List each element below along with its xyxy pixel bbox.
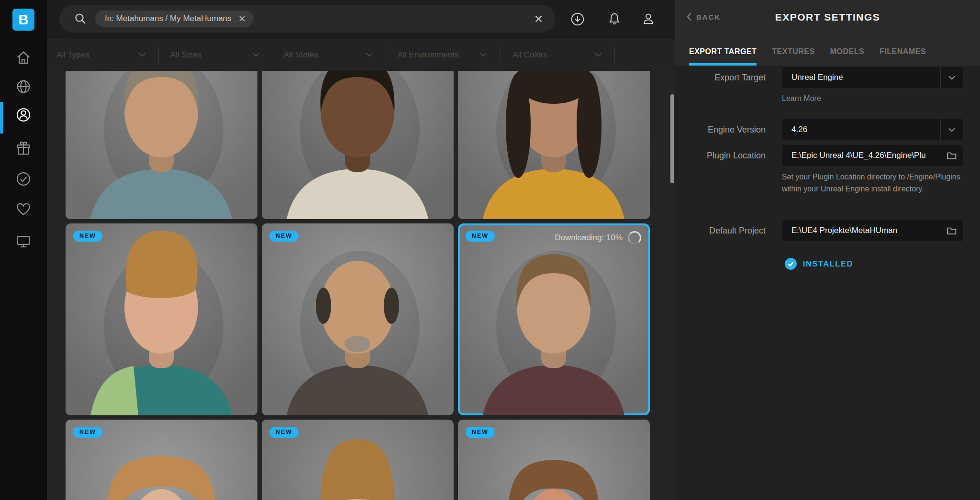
search-filter-chip-label: In: Metahumans / My MetaHumans (105, 14, 232, 23)
search-icon (74, 12, 87, 25)
tab-filenames[interactable]: FILENAMES (880, 47, 926, 66)
chevron-down-icon (366, 53, 373, 57)
chevron-down-icon (595, 53, 601, 57)
filter-divider (501, 47, 501, 63)
panel-title: EXPORT SETTINGS (675, 11, 980, 23)
metahuman-grid: NEW NEW NEW Downloading: 10% NEW NEW NEW (47, 0, 675, 500)
metahuman-card[interactable]: NEW (262, 420, 454, 500)
sidebar-item-local[interactable] (15, 233, 32, 250)
tab-models[interactable]: MODELS (830, 47, 864, 66)
metahuman-portrait (262, 223, 454, 415)
export-target-value: Unreal Engine (791, 67, 940, 88)
new-badge: NEW (466, 231, 495, 242)
export-target-label: Export Target (675, 73, 766, 83)
account-icon[interactable] (641, 11, 656, 27)
plugin-location-help-text: Set your Plugin Location directory to /E… (782, 171, 968, 195)
active-nav-indicator (0, 102, 3, 133)
sidebar: B (0, 0, 47, 500)
sidebar-item-metahumans[interactable] (15, 106, 32, 123)
tab-export-target[interactable]: EXPORT TARGET (689, 47, 757, 66)
download-status-text: Downloading: 10% (555, 233, 623, 243)
export-tabs: EXPORT TARGET TEXTURES MODELS FILENAMES (689, 47, 926, 66)
filter-divider (272, 47, 272, 63)
quixel-bridge-window: NEW NEW NEW Downloading: 10% NEW NEW NEW (0, 0, 980, 500)
filter-divider (158, 47, 159, 63)
filter-divider (386, 47, 386, 63)
chevron-down-icon (139, 53, 145, 57)
filter-label: All Colors (512, 50, 547, 60)
metahuman-portrait (66, 223, 257, 415)
plugin-location-value: E:\Epic Unreal 4\UE_4.26\Engine\Plu (791, 145, 944, 166)
sidebar-item-home[interactable] (15, 49, 32, 67)
metahuman-card[interactable]: NEW (66, 420, 257, 500)
new-badge: NEW (466, 427, 495, 438)
new-badge: NEW (73, 231, 102, 242)
downloads-icon[interactable] (570, 11, 585, 27)
sidebar-item-favorites[interactable] (15, 200, 32, 218)
tab-textures[interactable]: TEXTURES (772, 47, 814, 66)
chevron-down-icon (948, 128, 955, 132)
person-circle-icon (15, 106, 32, 123)
filter-all-environments[interactable]: All Environments (398, 39, 487, 71)
chevron-down-icon (480, 53, 487, 57)
metahuman-card[interactable]: NEW (458, 420, 650, 500)
sidebar-item-downloaded[interactable] (15, 170, 32, 188)
export-target-select[interactable]: Unreal Engine (782, 67, 963, 88)
default-project-value: E:\UE4 Projekte\MetaHUman (791, 220, 944, 241)
download-status: Downloading: 10% (555, 231, 641, 244)
search-filter-chip[interactable]: In: Metahumans / My MetaHumans (95, 11, 254, 27)
metahuman-card-selected[interactable]: NEW Downloading: 10% (458, 223, 650, 415)
panel-header: BACK EXPORT SETTINGS EXPORT TARGET TEXTU… (675, 0, 980, 66)
select-caret (940, 67, 963, 88)
plugin-location-input[interactable]: E:\Epic Unreal 4\UE_4.26\Engine\Plu (782, 145, 963, 166)
metahuman-card[interactable]: NEW (66, 223, 257, 415)
filter-label: All Sizes (170, 50, 201, 60)
filter-label: All Environments (398, 50, 459, 60)
plugin-location-label: Plugin Location (675, 151, 766, 161)
sidebar-item-free-assets[interactable] (15, 140, 32, 157)
metahuman-card[interactable]: NEW (262, 223, 454, 415)
filter-all-states[interactable]: All States (284, 39, 373, 71)
folder-browse-icon[interactable] (947, 151, 957, 160)
filter-all-colors[interactable]: All Colors (512, 39, 601, 71)
heart-icon (15, 200, 32, 218)
chevron-down-icon (253, 53, 259, 57)
default-project-input[interactable]: E:\UE4 Projekte\MetaHUman (782, 220, 963, 241)
filter-label: All Types (56, 50, 89, 60)
filter-divider (614, 47, 615, 63)
top-bar: In: Metahumans / My MetaHumans (47, 0, 675, 39)
bridge-logo: B (12, 9, 34, 31)
new-badge: NEW (269, 427, 299, 438)
gift-icon (15, 140, 32, 157)
notifications-bell-icon[interactable] (607, 11, 622, 27)
installed-check-icon (785, 258, 797, 270)
engine-version-label: Engine Version (675, 125, 766, 135)
metahuman-portrait (458, 223, 650, 415)
installed-status: INSTALLED (785, 258, 853, 270)
download-spinner-icon (628, 231, 641, 244)
filter-all-types[interactable]: All Types (56, 39, 145, 71)
engine-version-value: 4.26 (791, 119, 940, 140)
monitor-icon (15, 233, 32, 250)
filter-label: All States (284, 50, 318, 60)
search-clear-icon[interactable] (535, 15, 543, 23)
export-settings-panel: BACK EXPORT SETTINGS EXPORT TARGET TEXTU… (675, 0, 980, 500)
globe-icon (15, 78, 32, 95)
filter-all-sizes[interactable]: All Sizes (170, 39, 259, 71)
engine-version-select[interactable]: 4.26 (782, 119, 963, 140)
chevron-down-icon (948, 76, 955, 80)
check-circle-icon (15, 170, 32, 188)
grid-scrollbar[interactable] (670, 94, 674, 183)
sidebar-item-online-library[interactable] (15, 78, 32, 95)
installed-label: INSTALLED (803, 259, 853, 268)
learn-more-link[interactable]: Learn More (782, 94, 821, 103)
search-input[interactable]: In: Metahumans / My MetaHumans (59, 5, 555, 33)
home-icon (15, 49, 32, 67)
folder-browse-icon[interactable] (947, 226, 957, 235)
default-project-label: Default Project (675, 226, 766, 236)
new-badge: NEW (73, 427, 102, 438)
chip-remove-icon[interactable] (238, 15, 246, 22)
select-caret (940, 119, 963, 140)
filter-bar: All Types All Sizes All States All Envir… (47, 39, 675, 71)
new-badge: NEW (269, 231, 299, 242)
